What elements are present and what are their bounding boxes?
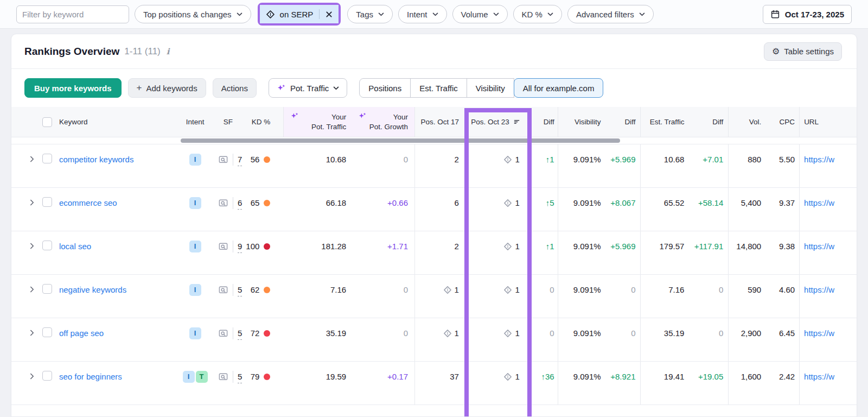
url-link[interactable]: https://w [804,241,834,252]
expand-row-button[interactable] [24,318,40,361]
info-icon[interactable]: i [167,47,170,56]
visibility-diff-cell: 0 [607,275,640,318]
gear-icon: ⚙ [772,47,780,56]
col-header-est-traffic[interactable]: Est. Traffic [640,107,690,137]
volume-cell: 590 [728,275,765,318]
pot-traffic-cell: 35.19 [283,318,353,361]
keyword-link[interactable]: seo for beginners [59,371,122,383]
visibility-cell: 9.091% [558,318,607,361]
col-header-intent[interactable]: Intent [180,107,211,137]
intent-badge-i: I [183,371,195,383]
row-checkbox-cell [40,362,55,405]
url-link[interactable]: https://w [804,284,834,296]
tags-label: Tags [356,10,373,19]
expand-row-button[interactable] [24,188,40,231]
url-link[interactable]: https://w [804,154,834,166]
keyword-cell: off page seo [55,318,180,361]
pot-traffic-cell: 66.18 [283,188,353,231]
col-header-pot-traffic[interactable]: YourPot. Traffic [283,107,353,137]
view-tab-all-for-example-com[interactable]: All for example.com [514,78,604,98]
view-tab-positions[interactable]: Positions [359,78,411,98]
keyword-filter-input[interactable] [17,6,129,23]
row-checkbox[interactable] [42,327,52,337]
keyword-link[interactable]: competitor keywords [59,154,134,166]
pos-oct23-header-label: Pos. Oct 23 [471,118,509,126]
row-checkbox[interactable] [42,241,52,250]
col-header-cpc[interactable]: CPC [765,107,799,137]
url-cell: https://w [799,188,857,231]
pot-traffic-header-line1: Your [311,112,346,122]
serp-features-count[interactable]: 9 [238,241,242,253]
top-positions-label: Top positions & changes [143,10,232,19]
kd-header-label: KD % [252,118,271,126]
kd-dropdown[interactable]: KD % [513,5,562,23]
url-link[interactable]: https://w [804,371,834,383]
pos-diff-cell: ↑5 [531,188,558,231]
plus-icon: + [137,83,142,93]
expand-chevron-icon [29,286,35,293]
col-header-diff-est[interactable]: Diff [690,107,728,137]
pot-growth-cell: +0.17 [353,362,414,405]
horizontal-scrollbar[interactable] [181,138,620,143]
col-header-sf[interactable]: SF [211,107,246,137]
col-header-pos-oct17[interactable]: Pos. Oct 17 [414,107,464,137]
volume-header-label: Vol. [749,118,762,126]
serp-features-count[interactable]: 5 [238,327,242,340]
intent-cell: I [180,231,211,274]
ai-sparkle-icon [290,112,299,121]
url-link[interactable]: https://w [804,197,834,209]
kd-cell: 79 [245,362,283,405]
col-header-diff-pos[interactable]: Diff [531,107,558,137]
keyword-link[interactable]: negative keywords [59,284,126,296]
keyword-link[interactable]: off page seo [59,327,104,339]
intent-dropdown[interactable]: Intent [398,5,447,23]
serp-feature-icon [443,329,452,338]
close-icon[interactable] [326,11,333,18]
view-tab-est-traffic[interactable]: Est. Traffic [410,78,467,98]
keyword-link[interactable]: ecommerce seo [59,197,117,209]
expand-row-button[interactable] [24,144,40,187]
select-all-checkbox[interactable] [42,117,52,127]
col-header-keyword[interactable]: Keyword [55,107,180,137]
expand-row-button[interactable] [24,275,40,318]
date-range-button[interactable]: Oct 17-23, 2025 [763,5,852,24]
serp-preview-icon [218,285,228,295]
table-settings-button[interactable]: ⚙ Table settings [764,42,842,61]
row-checkbox[interactable] [42,154,52,163]
tags-dropdown[interactable]: Tags [347,5,393,23]
url-link[interactable]: https://w [804,327,834,339]
cpc-cell: 5.50 [765,144,799,187]
buy-more-keywords-button[interactable]: Buy more keywords [24,78,122,98]
col-header-pos-oct23[interactable]: Pos. Oct 23 [464,107,531,137]
col-header-volume[interactable]: Vol. [728,107,765,137]
url-cell: https://w [799,144,857,187]
col-header-pot-growth[interactable]: YourPot. Growth [353,107,414,137]
row-checkbox[interactable] [42,197,52,207]
expand-row-button[interactable] [24,362,40,405]
row-checkbox[interactable] [42,371,52,381]
col-header-diff-visibility[interactable]: Diff [607,107,640,137]
pot-traffic-cell: 7.16 [283,275,353,318]
volume-dropdown[interactable]: Volume [452,5,508,23]
serp-features-count[interactable]: 5 [238,371,242,383]
serp-features-count[interactable]: 5 [238,284,242,296]
view-tab-visibility[interactable]: Visibility [467,78,514,98]
col-header-kd[interactable]: KD % [245,107,283,137]
row-checkbox-cell [40,231,55,274]
col-header-url[interactable]: URL [799,107,857,137]
metric-selector-dropdown[interactable]: Pot. Traffic [269,78,347,98]
ai-sparkle-icon [277,84,286,93]
expand-row-button[interactable] [24,231,40,274]
col-header-visibility[interactable]: Visibility [558,107,607,137]
add-keywords-button[interactable]: + Add keywords [128,78,206,98]
row-checkbox-cell [40,318,55,361]
advanced-filters-dropdown[interactable]: Advanced filters [567,5,654,23]
top-positions-dropdown[interactable]: Top positions & changes [135,5,251,23]
serp-features-count[interactable]: 6 [238,197,242,210]
keyword-link[interactable]: local seo [59,241,91,252]
row-checkbox[interactable] [42,284,52,294]
actions-button[interactable]: Actions [213,78,257,98]
serp-features-count[interactable]: 7 [238,154,242,166]
chevron-down-icon [493,12,499,16]
serp-filter-chip[interactable]: on SERP [260,5,339,23]
